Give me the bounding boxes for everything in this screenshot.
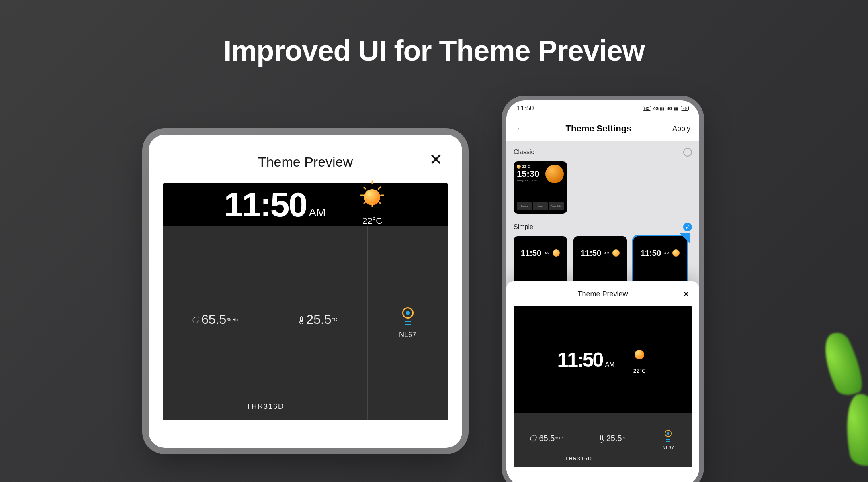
clock: 11:50 AM (557, 348, 615, 372)
category-simple: Simple ✓ 11:50AM 11:50AM 11:50AM (514, 223, 692, 288)
thumb-time: 15:30 (517, 169, 539, 179)
phone-frame: 11:50 HD 4G ▮▮ 4G ▮▮ 46 ← Theme Settings… (506, 100, 699, 482)
thumb-time: 11:50 (521, 249, 541, 258)
sensor-temp-value: 25.5 (606, 434, 622, 443)
thumb-date: Friday, March 25th (517, 179, 539, 182)
theme-thumb-simple-2[interactable]: 11:50AM (573, 236, 627, 288)
bulb-icon (400, 307, 416, 325)
theme-thumb-simple-3-selected[interactable]: 11:50AM (633, 236, 687, 288)
check-simple[interactable]: ✓ (683, 223, 692, 231)
sun-icon (553, 249, 560, 257)
close-button[interactable]: ✕ (429, 151, 443, 167)
light-device-name: NL67 (399, 331, 416, 339)
humidity-metric: 65.5 % Rh (193, 312, 238, 327)
sensor-device-name: THR316D (163, 402, 367, 420)
signal-4g-icon: 4G ▮▮ (653, 106, 665, 111)
light-device-tile: NL67 (644, 413, 692, 467)
weather-widget: 22°C (631, 346, 648, 374)
sensor-device-name: THR316D (514, 456, 644, 467)
sun-icon (612, 249, 620, 257)
clock-suffix: AM (605, 361, 614, 368)
light-device-tile: NL67 (367, 226, 448, 420)
hd-icon: HD (643, 106, 651, 111)
globe-icon (545, 165, 564, 183)
theme-preview-panel: Theme Preview ✕ 11:50 AM (149, 135, 462, 448)
thumb-suffix: AM (604, 251, 609, 255)
sheet-device-display: 11:50 AM 22°C 65.5 % Rh (514, 306, 692, 467)
sun-icon (631, 346, 648, 364)
nav-bar: ← Theme Settings Apply (506, 116, 699, 141)
thumb-tab: Camera (517, 202, 532, 210)
sun-icon (517, 165, 521, 169)
droplet-icon (193, 316, 199, 323)
battery-icon: 46 (681, 106, 689, 111)
light-device-name: NL67 (662, 445, 674, 451)
sensor-temp-value: 25.5 (306, 312, 331, 327)
thumb-time: 11:50 (581, 249, 601, 258)
status-time: 11:50 (517, 104, 534, 112)
page-headline: Improved UI for Theme Preview (223, 34, 644, 67)
thumb-suffix: AM (664, 251, 669, 255)
thumb-tab: Voice Calls (549, 202, 564, 210)
weather-temp: 22°C (633, 368, 646, 374)
humidity-unit: % Rh (555, 437, 563, 440)
category-classic-label: Classic (514, 149, 534, 156)
humidity-value: 65.5 (539, 434, 555, 443)
bulb-icon (663, 430, 674, 442)
theme-thumb-simple-1[interactable]: 11:50AM (514, 236, 567, 288)
back-button[interactable]: ← (515, 123, 525, 134)
sun-icon (672, 249, 680, 257)
decoration-plant (804, 265, 868, 466)
device-display: 11:50 AM 22°C (163, 183, 448, 420)
category-simple-label: Simple (514, 223, 533, 231)
close-icon: ✕ (682, 289, 690, 299)
panel-title: Theme Preview (258, 154, 353, 170)
status-bar: 11:50 HD 4G ▮▮ 4G ▮▮ 46 (506, 100, 699, 116)
clock-time: 11:50 (557, 348, 603, 372)
weather-temp: 22°C (362, 216, 382, 226)
thermometer-icon (598, 435, 604, 442)
thumb-suffix: AM (545, 251, 549, 255)
humidity-unit: % Rh (227, 317, 238, 322)
sheet-title: Theme Preview (577, 290, 628, 298)
category-classic: Classic 22°C 15:30 Friday, March 25th Ca… (514, 148, 692, 214)
sun-icon (358, 183, 387, 212)
arrow-left-icon: ← (515, 123, 525, 134)
weather-widget: 22°C (358, 183, 387, 226)
temp-metric: 25.5 °C (298, 312, 337, 327)
sheet-close-button[interactable]: ✕ (682, 289, 690, 300)
sensor-temp-unit: °C (623, 437, 626, 440)
theme-preview-sheet: Theme Preview ✕ 11:50 AM 22°C (506, 281, 699, 482)
humidity-metric: 65.5 % Rh (531, 434, 563, 443)
close-icon: ✕ (429, 151, 443, 168)
clock-suffix: AM (309, 206, 326, 219)
clock-time: 11:50 (224, 185, 307, 225)
humidity-value: 65.5 (201, 312, 226, 327)
thumb-time: 11:50 (641, 249, 661, 258)
temp-metric: 25.5 °C (598, 434, 626, 443)
radio-classic[interactable] (683, 148, 692, 157)
signal-icon: 4G ▮▮ (667, 106, 678, 111)
sensor-temp-unit: °C (332, 317, 337, 322)
thumb-tab: About (533, 202, 548, 210)
droplet-icon (531, 435, 536, 442)
clock: 11:50 AM (224, 185, 326, 225)
thumb-temp: 22°C (522, 165, 530, 169)
check-icon: ✓ (685, 224, 690, 230)
thermometer-icon (298, 316, 304, 323)
apply-button[interactable]: Apply (672, 125, 690, 133)
theme-thumb-classic[interactable]: 22°C 15:30 Friday, March 25th Camera Abo… (514, 161, 567, 214)
screen-title: Theme Settings (566, 123, 632, 134)
